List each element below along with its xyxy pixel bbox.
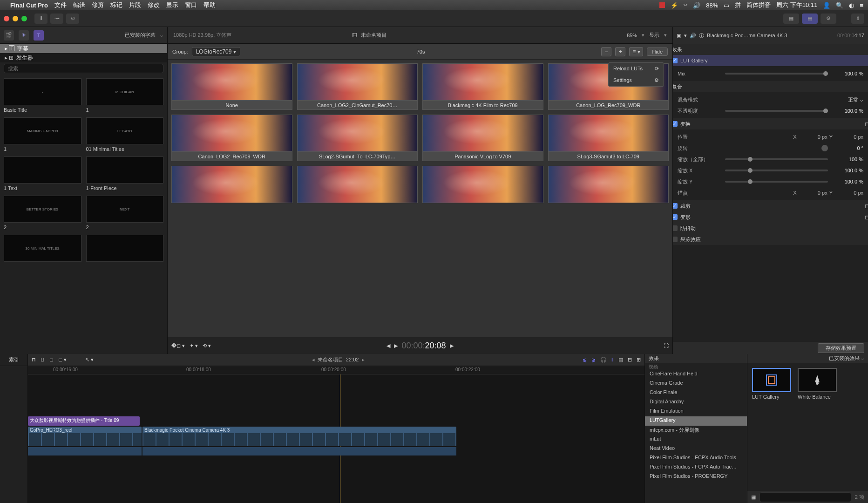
title-preset-5[interactable]: 1-Front Piece xyxy=(86,156,164,191)
audio-tab-icon[interactable]: 🔊 xyxy=(690,33,696,39)
audio-skim-icon[interactable]: ⫺ xyxy=(591,357,596,363)
blend-mode-dropdown[interactable]: 正常 ⌵ xyxy=(848,96,863,103)
enhance-tool-icon[interactable]: ✦ ▾ xyxy=(190,343,198,349)
timecode[interactable]: 00:00:20:08 xyxy=(401,341,446,351)
select-tool-icon[interactable]: ↖ ▾ xyxy=(85,357,94,363)
lut-preset-0-2[interactable]: Blackmagic 4K Film to Rec709 xyxy=(422,63,543,110)
scalex-slider[interactable] xyxy=(725,170,828,171)
scaley-slider[interactable] xyxy=(725,181,828,183)
pos-x-value[interactable]: 0 px xyxy=(799,134,827,140)
search-input[interactable] xyxy=(4,64,163,73)
reload-luts-item[interactable]: Reload LUTs⟳ xyxy=(609,63,664,75)
tl-project[interactable]: 未命名项目 xyxy=(318,357,343,362)
notifications-icon[interactable]: ≡ xyxy=(860,2,863,9)
transform-reset-icon[interactable]: ◻ xyxy=(865,121,868,127)
rotation-value[interactable]: 0 ° xyxy=(831,145,863,151)
hide-button[interactable]: Hide xyxy=(647,48,668,56)
fullscreen-icon[interactable]: ⛶ xyxy=(664,343,669,348)
audio-1[interactable] xyxy=(28,447,142,455)
video-tab-icon[interactable]: ▣ xyxy=(677,33,681,39)
lut-preset-1-2[interactable]: Panasonic VLog to V709 xyxy=(422,115,543,161)
effect-category-item[interactable]: CineFlare Hand Held xyxy=(645,370,747,379)
tl-zoom-in-icon[interactable]: ⊞ xyxy=(637,357,641,363)
anchor-y-value[interactable]: 0 px xyxy=(834,190,863,196)
title-clip[interactable]: 大众脸影视后期特效为您提供插件 - Title 09 xyxy=(28,416,140,426)
clip-appearance-icon[interactable]: ▤ xyxy=(618,357,623,363)
layout-inspector-button[interactable]: ⚙ xyxy=(821,14,836,24)
zoom-in-button[interactable]: + xyxy=(615,47,625,56)
mix-value[interactable]: 100.0 % xyxy=(831,71,863,76)
layout-browser-button[interactable]: ▦ xyxy=(783,14,799,24)
effect-category-item[interactable]: Pixel Film Studios - FCPX Audio Tools xyxy=(645,454,747,463)
audio-2[interactable] xyxy=(142,447,456,455)
share-button[interactable]: ⇪ xyxy=(851,14,864,24)
skimming-icon[interactable]: ⫹ xyxy=(583,357,587,363)
effect-category-item[interactable]: LUTGallery xyxy=(645,416,747,426)
tree-generators[interactable]: ▸ ⊞ 发生器 xyxy=(0,53,167,62)
effect-lut-gallery[interactable]: LUT Gallery xyxy=(752,368,791,400)
index-button[interactable]: 索引 xyxy=(0,354,27,366)
effects-search-input[interactable] xyxy=(760,492,851,502)
info2-tab-icon[interactable]: ⓘ xyxy=(699,32,704,39)
layout-timeline-button[interactable]: ▤ xyxy=(802,14,818,24)
anchor-x-value[interactable]: 0 px xyxy=(799,190,827,196)
scale-value[interactable]: 100 % xyxy=(831,156,863,162)
effect-category-item[interactable]: Pixel Film Studios - FCPX Auto Trac… xyxy=(645,463,747,472)
menu-view[interactable]: 显示 xyxy=(166,1,178,9)
menu-help[interactable]: 帮助 xyxy=(203,1,216,9)
menu-edit[interactable]: 编辑 xyxy=(73,1,85,9)
lut-preset-1-1[interactable]: SLog2-SGumut_To_LC-709Typ… xyxy=(297,115,418,161)
title-preset-9[interactable] xyxy=(86,235,164,264)
prev-button[interactable]: ◀ xyxy=(387,343,390,349)
close-icon[interactable] xyxy=(4,16,9,21)
title-preset-0[interactable]: -Basic Title xyxy=(4,78,81,113)
distort-checkbox[interactable]: ✓ xyxy=(673,214,678,220)
bg-tasks-button[interactable]: ⊘ xyxy=(66,14,79,24)
ime-label[interactable]: 简体拼音 xyxy=(746,1,771,9)
effects-view-icon[interactable]: ▦ xyxy=(751,494,756,500)
installed-titles-label[interactable]: 已安装的字幕 xyxy=(125,32,156,39)
clock[interactable]: 周六 下午10:11 xyxy=(776,1,817,9)
title-preset-1[interactable]: MICHIGAN1 xyxy=(86,78,164,113)
effect-category-item[interactable]: mLut xyxy=(645,435,747,444)
snap-icon[interactable]: ⫴ xyxy=(611,357,614,363)
zoom-out-button[interactable]: − xyxy=(601,47,611,56)
retime-tool-icon[interactable]: ⟲ ▾ xyxy=(203,343,211,349)
battery-icon[interactable]: ▭ xyxy=(724,2,729,9)
pos-y-value[interactable]: 0 px xyxy=(834,134,863,140)
user-icon[interactable]: 👤 xyxy=(823,2,830,9)
list-view-button[interactable]: ≡ ▾ xyxy=(629,47,643,56)
lut-gallery-checkbox[interactable]: ✓ xyxy=(673,58,678,63)
menu-trim[interactable]: 修剪 xyxy=(92,1,104,9)
app-name[interactable]: Final Cut Pro xyxy=(10,2,48,9)
effect-white-balance[interactable]: White Balance xyxy=(798,368,837,400)
menu-modify[interactable]: 修改 xyxy=(148,1,160,9)
zoom-dropdown[interactable]: 85% xyxy=(627,33,637,38)
transform-checkbox[interactable]: ✓ xyxy=(673,121,678,127)
title-preset-7[interactable]: NEXT2 xyxy=(86,196,164,230)
crop-tool-icon[interactable]: �◻ ▾ xyxy=(171,343,185,349)
status-icon[interactable] xyxy=(659,2,665,8)
title-preset-2[interactable]: MAKING HAPPEN1 xyxy=(4,117,81,152)
volume-icon[interactable]: 🔊 xyxy=(693,2,700,9)
opacity-slider[interactable] xyxy=(725,110,828,112)
maximize-icon[interactable] xyxy=(21,16,27,21)
effect-category-item[interactable]: Digital Anarchy xyxy=(645,398,747,407)
keyword-button[interactable]: ⊶ xyxy=(50,14,63,24)
overwrite-clip-icon[interactable]: ⊏ ▾ xyxy=(58,357,67,363)
menu-window[interactable]: 窗口 xyxy=(185,1,197,9)
lut-preset-2-1[interactable] xyxy=(297,166,418,203)
lut-preset-2-2[interactable] xyxy=(422,166,543,203)
search-icon[interactable]: 🔍 xyxy=(836,2,843,9)
tree-titles[interactable]: ▸ 🅃 字幕 xyxy=(0,44,167,53)
effect-category-item[interactable]: mfcpx.com - 分屏划像 xyxy=(645,426,747,435)
title-preset-3[interactable]: LEGATO01 Minimal Titles xyxy=(86,117,164,152)
minimize-icon[interactable] xyxy=(13,16,18,21)
effect-category-item[interactable]: Color Finale xyxy=(645,388,747,398)
scaley-value[interactable]: 100.0 % xyxy=(831,179,863,184)
title-preset-6[interactable]: BETTER STORIES2 xyxy=(4,196,81,230)
siri-icon[interactable]: ◐ xyxy=(849,2,854,9)
group-dropdown[interactable]: LOGtoRec709 ▾ xyxy=(192,47,240,56)
scalex-value[interactable]: 100.0 % xyxy=(831,168,863,173)
bluetooth-icon[interactable]: ⚡ xyxy=(671,2,678,9)
